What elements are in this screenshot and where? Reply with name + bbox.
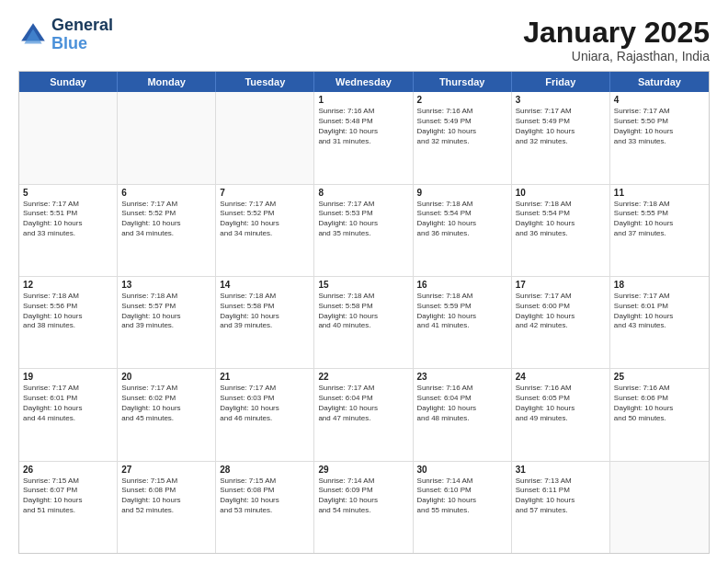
day-number: 17 — [516, 280, 606, 290]
day-number: 31 — [516, 465, 606, 475]
day-number: 8 — [318, 188, 408, 198]
calendar-cell — [19, 92, 118, 183]
calendar-cell — [118, 92, 216, 183]
day-number: 2 — [417, 95, 507, 105]
day-info: Sunrise: 7:17 AM Sunset: 6:01 PM Dayligh… — [23, 384, 113, 423]
day-info: Sunrise: 7:17 AM Sunset: 5:52 PM Dayligh… — [121, 200, 211, 239]
header-day: Monday — [118, 72, 216, 92]
day-number: 13 — [121, 280, 211, 290]
day-number: 14 — [220, 280, 310, 290]
calendar-cell — [610, 462, 709, 553]
day-info: Sunrise: 7:17 AM Sunset: 6:01 PM Dayligh… — [614, 292, 705, 331]
calendar-cell: 17Sunrise: 7:17 AM Sunset: 6:00 PM Dayli… — [512, 277, 610, 368]
calendar-row: 19Sunrise: 7:17 AM Sunset: 6:01 PM Dayli… — [19, 369, 709, 461]
day-info: Sunrise: 7:16 AM Sunset: 6:05 PM Dayligh… — [516, 384, 606, 423]
calendar-cell: 5Sunrise: 7:17 AM Sunset: 5:51 PM Daylig… — [19, 185, 118, 276]
day-number: 22 — [318, 372, 408, 382]
day-info: Sunrise: 7:17 AM Sunset: 5:51 PM Dayligh… — [23, 200, 113, 239]
day-info: Sunrise: 7:17 AM Sunset: 6:03 PM Dayligh… — [220, 384, 310, 423]
calendar-cell: 1Sunrise: 7:16 AM Sunset: 5:48 PM Daylig… — [314, 92, 413, 183]
day-info: Sunrise: 7:18 AM Sunset: 5:58 PM Dayligh… — [220, 292, 310, 331]
day-info: Sunrise: 7:18 AM Sunset: 5:54 PM Dayligh… — [417, 200, 507, 239]
calendar-body: 1Sunrise: 7:16 AM Sunset: 5:48 PM Daylig… — [19, 92, 709, 553]
calendar-cell: 16Sunrise: 7:18 AM Sunset: 5:59 PM Dayli… — [414, 277, 512, 368]
day-info: Sunrise: 7:15 AM Sunset: 6:07 PM Dayligh… — [23, 477, 113, 516]
calendar-cell: 22Sunrise: 7:17 AM Sunset: 6:04 PM Dayli… — [314, 369, 413, 460]
day-number: 6 — [121, 188, 211, 198]
day-number: 23 — [417, 372, 507, 382]
calendar-cell: 25Sunrise: 7:16 AM Sunset: 6:06 PM Dayli… — [610, 369, 709, 460]
calendar-cell: 20Sunrise: 7:17 AM Sunset: 6:02 PM Dayli… — [118, 369, 216, 460]
calendar-cell: 30Sunrise: 7:14 AM Sunset: 6:10 PM Dayli… — [414, 462, 512, 553]
day-info: Sunrise: 7:18 AM Sunset: 5:59 PM Dayligh… — [417, 292, 507, 331]
calendar-cell: 28Sunrise: 7:15 AM Sunset: 6:08 PM Dayli… — [216, 462, 314, 553]
header-day: Thursday — [414, 72, 512, 92]
calendar-cell: 18Sunrise: 7:17 AM Sunset: 6:01 PM Dayli… — [610, 277, 709, 368]
day-info: Sunrise: 7:16 AM Sunset: 5:49 PM Dayligh… — [417, 107, 507, 146]
day-info: Sunrise: 7:17 AM Sunset: 5:49 PM Dayligh… — [516, 107, 606, 146]
calendar-row: 5Sunrise: 7:17 AM Sunset: 5:51 PM Daylig… — [19, 185, 709, 277]
day-number: 27 — [121, 465, 211, 475]
day-number: 12 — [23, 280, 113, 290]
day-number: 15 — [318, 280, 408, 290]
day-number: 3 — [516, 95, 606, 105]
day-info: Sunrise: 7:16 AM Sunset: 6:04 PM Dayligh… — [417, 384, 507, 423]
day-number: 24 — [516, 372, 606, 382]
day-info: Sunrise: 7:16 AM Sunset: 5:48 PM Dayligh… — [318, 107, 408, 146]
calendar-cell — [216, 92, 314, 183]
calendar-header: SundayMondayTuesdayWednesdayThursdayFrid… — [19, 72, 709, 92]
logo-text: General Blue — [51, 17, 113, 53]
calendar-cell: 27Sunrise: 7:15 AM Sunset: 6:08 PM Dayli… — [118, 462, 216, 553]
day-number: 18 — [614, 280, 705, 290]
calendar-cell: 12Sunrise: 7:18 AM Sunset: 5:56 PM Dayli… — [19, 277, 118, 368]
day-info: Sunrise: 7:15 AM Sunset: 6:08 PM Dayligh… — [220, 477, 310, 516]
main-title: January 2025 — [523, 17, 710, 49]
day-info: Sunrise: 7:18 AM Sunset: 5:57 PM Dayligh… — [121, 292, 211, 331]
calendar-cell: 11Sunrise: 7:18 AM Sunset: 5:55 PM Dayli… — [610, 185, 709, 276]
calendar-row: 12Sunrise: 7:18 AM Sunset: 5:56 PM Dayli… — [19, 277, 709, 369]
day-info: Sunrise: 7:13 AM Sunset: 6:11 PM Dayligh… — [516, 477, 606, 516]
day-number: 1 — [318, 95, 408, 105]
day-number: 21 — [220, 372, 310, 382]
calendar-row: 1Sunrise: 7:16 AM Sunset: 5:48 PM Daylig… — [19, 92, 709, 184]
day-number: 20 — [121, 372, 211, 382]
day-info: Sunrise: 7:14 AM Sunset: 6:10 PM Dayligh… — [417, 477, 507, 516]
day-info: Sunrise: 7:18 AM Sunset: 5:54 PM Dayligh… — [516, 200, 606, 239]
day-number: 11 — [614, 188, 705, 198]
calendar-cell: 13Sunrise: 7:18 AM Sunset: 5:57 PM Dayli… — [118, 277, 216, 368]
subtitle: Uniara, Rajasthan, India — [523, 49, 710, 63]
calendar-row: 26Sunrise: 7:15 AM Sunset: 6:07 PM Dayli… — [19, 462, 709, 553]
calendar-cell: 8Sunrise: 7:17 AM Sunset: 5:53 PM Daylig… — [314, 185, 413, 276]
header-day: Saturday — [610, 72, 709, 92]
day-info: Sunrise: 7:18 AM Sunset: 5:58 PM Dayligh… — [318, 292, 408, 331]
page: General Blue January 2025 Uniara, Rajast… — [0, 0, 728, 563]
day-info: Sunrise: 7:18 AM Sunset: 5:55 PM Dayligh… — [614, 200, 705, 239]
day-info: Sunrise: 7:17 AM Sunset: 5:50 PM Dayligh… — [614, 107, 705, 146]
day-number: 30 — [417, 465, 507, 475]
day-info: Sunrise: 7:17 AM Sunset: 6:04 PM Dayligh… — [318, 384, 408, 423]
day-number: 29 — [318, 465, 408, 475]
day-info: Sunrise: 7:16 AM Sunset: 6:06 PM Dayligh… — [614, 384, 705, 423]
header-day: Wednesday — [314, 72, 413, 92]
day-number: 19 — [23, 372, 113, 382]
calendar-cell: 3Sunrise: 7:17 AM Sunset: 5:49 PM Daylig… — [512, 92, 610, 183]
day-info: Sunrise: 7:18 AM Sunset: 5:56 PM Dayligh… — [23, 292, 113, 331]
day-number: 16 — [417, 280, 507, 290]
calendar-cell: 23Sunrise: 7:16 AM Sunset: 6:04 PM Dayli… — [414, 369, 512, 460]
day-number: 4 — [614, 95, 705, 105]
calendar-cell: 15Sunrise: 7:18 AM Sunset: 5:58 PM Dayli… — [314, 277, 413, 368]
calendar: SundayMondayTuesdayWednesdayThursdayFrid… — [18, 71, 710, 554]
day-info: Sunrise: 7:17 AM Sunset: 6:00 PM Dayligh… — [516, 292, 606, 331]
day-info: Sunrise: 7:17 AM Sunset: 6:02 PM Dayligh… — [121, 384, 211, 423]
day-number: 26 — [23, 465, 113, 475]
calendar-cell: 7Sunrise: 7:17 AM Sunset: 5:52 PM Daylig… — [216, 185, 314, 276]
day-number: 28 — [220, 465, 310, 475]
header-day: Tuesday — [216, 72, 314, 92]
day-number: 5 — [23, 188, 113, 198]
calendar-cell: 21Sunrise: 7:17 AM Sunset: 6:03 PM Dayli… — [216, 369, 314, 460]
calendar-cell: 31Sunrise: 7:13 AM Sunset: 6:11 PM Dayli… — [512, 462, 610, 553]
day-number: 9 — [417, 188, 507, 198]
calendar-cell: 4Sunrise: 7:17 AM Sunset: 5:50 PM Daylig… — [610, 92, 709, 183]
day-info: Sunrise: 7:17 AM Sunset: 5:53 PM Dayligh… — [318, 200, 408, 239]
calendar-cell: 19Sunrise: 7:17 AM Sunset: 6:01 PM Dayli… — [19, 369, 118, 460]
